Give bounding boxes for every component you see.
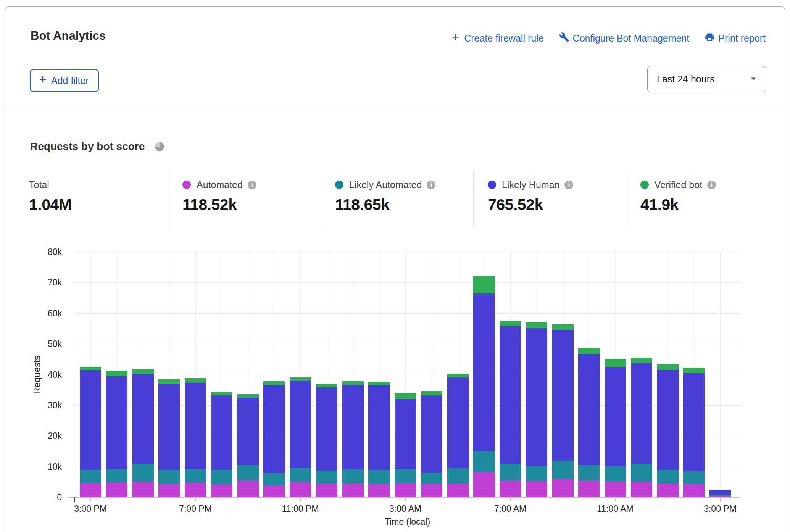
bar-segment-likely-automated[interactable] [709, 495, 731, 496]
bar-segment-verified-bot[interactable] [106, 371, 127, 376]
bar-segment-likely-automated[interactable] [185, 469, 206, 483]
bar-segment-automated[interactable] [158, 484, 180, 497]
bar-segment-verified-bot[interactable] [368, 382, 390, 385]
bar-segment-verified-bot[interactable] [631, 358, 652, 363]
bar-segment-likely-automated[interactable] [290, 468, 311, 483]
y-axis-tick-mark [74, 497, 75, 502]
bar-segment-automated[interactable] [552, 479, 574, 497]
bar-segment-likely-automated[interactable] [683, 471, 705, 484]
bar-segment-likely-human[interactable] [263, 385, 285, 473]
bar-segment-automated[interactable] [80, 483, 101, 497]
bar-segment-likely-automated[interactable] [211, 470, 232, 485]
bar-segment-likely-automated[interactable] [631, 464, 652, 482]
bar-segment-verified-bot[interactable] [395, 393, 416, 399]
bar-segment-likely-human[interactable] [552, 330, 574, 461]
bar-segment-likely-automated[interactable] [106, 469, 127, 483]
bar-segment-likely-human[interactable] [421, 395, 442, 473]
bar-segment-verified-bot[interactable] [132, 369, 154, 374]
bar-segment-likely-automated[interactable] [447, 468, 469, 483]
bar-segment-verified-bot[interactable] [578, 348, 600, 354]
bar-segment-likely-human[interactable] [709, 490, 731, 495]
bar-segment-likely-automated[interactable] [552, 461, 574, 479]
bar-segment-verified-bot[interactable] [500, 321, 521, 326]
bar-segment-automated[interactable] [395, 483, 416, 497]
bar-segment-likely-human[interactable] [578, 354, 600, 465]
bar-segment-automated[interactable] [316, 484, 337, 497]
bar-segment-verified-bot[interactable] [263, 381, 285, 385]
bar-segment-verified-bot[interactable] [185, 378, 206, 383]
bar-segment-likely-human[interactable] [132, 374, 154, 464]
bar-segment-automated[interactable] [421, 484, 442, 497]
bar-segment-automated[interactable] [473, 472, 495, 497]
bar-segment-likely-automated[interactable] [132, 464, 154, 482]
bar-segment-likely-automated[interactable] [500, 464, 521, 481]
bar-segment-verified-bot[interactable] [683, 368, 705, 373]
bar-segment-likely-human[interactable] [342, 385, 364, 469]
bar-segment-automated[interactable] [657, 484, 679, 497]
bar-segment-likely-human[interactable] [631, 363, 652, 464]
bar-segment-likely-human[interactable] [290, 381, 311, 468]
bar-segment-likely-automated[interactable] [395, 469, 416, 483]
bar-segment-automated[interactable] [237, 481, 259, 497]
bar-segment-automated[interactable] [683, 484, 705, 497]
bar-segment-automated[interactable] [342, 484, 364, 497]
bar-segment-automated[interactable] [368, 484, 390, 497]
bar-segment-likely-human[interactable] [185, 383, 206, 469]
bar-segment-automated[interactable] [631, 482, 652, 497]
bar-segment-verified-bot[interactable] [80, 367, 101, 371]
bar-segment-verified-bot[interactable] [342, 381, 364, 385]
bar-segment-automated[interactable] [185, 483, 206, 497]
bar-segment-verified-bot[interactable] [657, 364, 679, 369]
bar-segment-likely-automated[interactable] [578, 465, 600, 481]
bar-segment-verified-bot[interactable] [316, 384, 337, 388]
bar-segment-likely-human[interactable] [657, 370, 679, 470]
bar-segment-automated[interactable] [290, 482, 311, 497]
gridline-h [74, 282, 740, 283]
bar-segment-likely-automated[interactable] [316, 471, 337, 484]
bar-segment-automated[interactable] [447, 484, 469, 497]
bar-segment-automated[interactable] [605, 482, 626, 497]
bar-segment-likely-human[interactable] [500, 326, 521, 464]
bar-segment-verified-bot[interactable] [421, 391, 442, 395]
bar-segment-likely-human[interactable] [605, 367, 626, 466]
bar-segment-likely-automated[interactable] [368, 470, 390, 484]
bar-segment-likely-human[interactable] [106, 376, 127, 469]
bar-segment-likely-human[interactable] [80, 370, 101, 470]
bar-segment-likely-human[interactable] [526, 328, 547, 466]
bar-segment-likely-automated[interactable] [158, 470, 180, 484]
bar-segment-likely-human[interactable] [158, 384, 180, 470]
bar-segment-likely-automated[interactable] [605, 466, 626, 482]
bar-segment-automated[interactable] [263, 485, 285, 497]
bar-segment-verified-bot[interactable] [552, 324, 574, 330]
bar-segment-automated[interactable] [211, 484, 232, 497]
bar-segment-likely-human[interactable] [237, 398, 259, 466]
bar-segment-verified-bot[interactable] [447, 374, 469, 377]
bar-segment-verified-bot[interactable] [605, 359, 626, 368]
bar-segment-automated[interactable] [106, 483, 127, 497]
bar-segment-verified-bot[interactable] [237, 394, 259, 398]
bar-segment-likely-automated[interactable] [473, 451, 495, 472]
bar-segment-likely-human[interactable] [368, 385, 390, 470]
bar-segment-likely-automated[interactable] [263, 473, 285, 485]
bar-segment-verified-bot[interactable] [290, 377, 311, 381]
bar-segment-likely-automated[interactable] [526, 466, 547, 481]
bar-segment-likely-automated[interactable] [421, 473, 442, 484]
bar-segment-likely-automated[interactable] [657, 470, 679, 483]
bar-segment-automated[interactable] [500, 481, 521, 497]
bar-segment-likely-human[interactable] [395, 399, 416, 469]
bar-segment-automated[interactable] [578, 481, 600, 497]
bar-segment-likely-human[interactable] [316, 387, 337, 471]
bar-segment-likely-human[interactable] [211, 395, 232, 470]
bar-segment-automated[interactable] [132, 482, 154, 497]
bar-segment-verified-bot[interactable] [158, 379, 180, 384]
bar-segment-likely-automated[interactable] [80, 470, 101, 483]
bar-segment-likely-human[interactable] [473, 293, 495, 451]
bar-segment-verified-bot[interactable] [526, 322, 547, 328]
bar-segment-likely-automated[interactable] [342, 469, 364, 484]
bar-segment-verified-bot[interactable] [473, 276, 495, 294]
bar-segment-likely-human[interactable] [683, 373, 705, 471]
bar-segment-likely-automated[interactable] [237, 465, 259, 480]
bar-segment-automated[interactable] [526, 481, 547, 497]
bar-segment-likely-human[interactable] [447, 377, 469, 469]
bar-segment-verified-bot[interactable] [211, 392, 232, 396]
